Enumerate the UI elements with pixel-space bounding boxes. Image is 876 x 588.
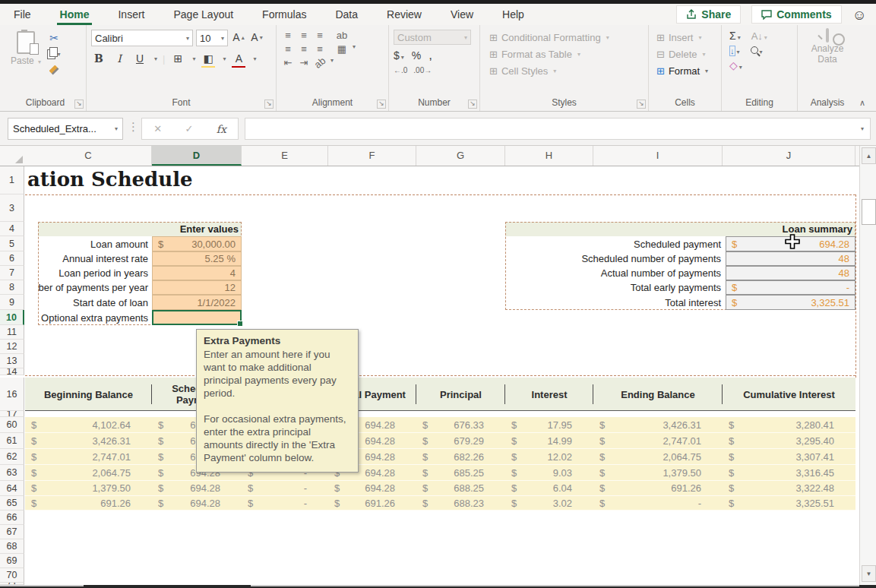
table-cell[interactable]: $3,316.45: [723, 465, 855, 480]
font-color-button[interactable]: A: [231, 51, 246, 66]
table-cell[interactable]: $694.28: [152, 481, 242, 495]
table-cell[interactable]: $694.28: [328, 481, 416, 495]
table-cell[interactable]: $9.03: [505, 465, 593, 480]
row-header-70[interactable]: 70: [0, 568, 24, 583]
tab-home[interactable]: Home: [59, 5, 91, 24]
borders-button[interactable]: ⊞: [170, 51, 185, 66]
row-header-6[interactable]: 6: [0, 251, 24, 266]
bold-button[interactable]: B: [91, 51, 106, 66]
paste-button[interactable]: Paste ▾: [9, 30, 43, 97]
sheet-grid[interactable]: 1345678910111213141617606162636465666768…: [0, 166, 859, 585]
table-cell[interactable]: $-: [242, 481, 328, 495]
row-header-10[interactable]: 10: [0, 310, 24, 325]
align-center-icon[interactable]: ≡: [297, 43, 311, 55]
table-column-header[interactable]: Beginning Balance: [25, 378, 152, 411]
row-header-63[interactable]: 63: [0, 465, 24, 481]
table-cell[interactable]: $17.95: [505, 417, 593, 432]
collapse-ribbon-button[interactable]: ∧: [859, 98, 865, 108]
table-row[interactable]: $2,747.01$694.28$-$694.28$682.26$12.02$2…: [25, 449, 855, 465]
insert-function-button[interactable]: fx: [217, 123, 226, 135]
table-cell[interactable]: $685.25: [416, 465, 505, 480]
column-header-C[interactable]: C: [25, 146, 152, 166]
name-box-dropdown-icon[interactable]: ▾: [115, 125, 118, 132]
table-cell[interactable]: $682.26: [416, 449, 505, 464]
input-label[interactable]: Optional extra payments: [38, 310, 152, 325]
input-label[interactable]: Annual interest rate: [38, 251, 152, 266]
column-header-I[interactable]: I: [593, 146, 723, 166]
select-all-corner[interactable]: [0, 146, 26, 166]
table-cell[interactable]: $3,322.48: [723, 481, 855, 495]
tab-view[interactable]: View: [449, 5, 475, 24]
format-as-table-button[interactable]: ⊞Format as Table▾: [489, 46, 644, 62]
table-cell[interactable]: $694.28: [152, 496, 242, 510]
table-cell[interactable]: $676.33: [416, 417, 505, 432]
summary-label[interactable]: Total early payments: [505, 280, 726, 295]
table-cell[interactable]: $2,064.75: [593, 449, 723, 464]
tab-insert[interactable]: Insert: [116, 5, 146, 24]
horizontal-scrollbar-edge[interactable]: [0, 585, 876, 588]
styles-dialog-launcher[interactable]: ↘: [637, 100, 646, 109]
table-cell[interactable]: $1,379.50: [25, 481, 152, 495]
tab-formulas[interactable]: Formulas: [261, 5, 308, 24]
selected-cell-d10[interactable]: [152, 310, 242, 325]
font-size-combo[interactable]: 10▾: [196, 30, 228, 46]
table-row[interactable]: $691.26$694.28$-$691.26$688.23$3.02$-$3,…: [25, 496, 855, 511]
table-cell[interactable]: $3,280.41: [723, 417, 855, 432]
formula-bar-splitter[interactable]: ⋮: [128, 120, 139, 134]
row-header-16[interactable]: 16: [0, 378, 24, 411]
font-name-combo[interactable]: Calibri▾: [91, 30, 193, 46]
column-header-E[interactable]: E: [242, 146, 328, 166]
increase-indent-icon[interactable]: ⇥: [297, 57, 311, 68]
input-value-cell[interactable]: 4: [152, 266, 242, 280]
summary-label[interactable]: Total interest: [505, 295, 726, 310]
row-header-68[interactable]: 68: [0, 539, 24, 554]
table-cell[interactable]: $2,064.75: [25, 465, 152, 480]
format-painter-button[interactable]: [47, 63, 61, 77]
feedback-smiley-icon[interactable]: ☺: [852, 8, 867, 22]
vertical-scroll-thumb[interactable]: [862, 199, 876, 225]
vertical-scrollbar[interactable]: ▲ ▼: [859, 146, 876, 585]
table-cell[interactable]: $691.26: [593, 481, 723, 495]
table-cell[interactable]: $3,307.41: [723, 449, 855, 464]
input-value-cell[interactable]: 12: [152, 280, 242, 295]
summary-value-cell[interactable]: $3,325.51: [726, 295, 855, 310]
decrease-indent-icon[interactable]: ⇤: [281, 57, 295, 68]
merge-center-icon[interactable]: ▦: [335, 43, 349, 55]
summary-label[interactable]: Scheduled number of payments: [505, 251, 726, 266]
copy-button[interactable]: ▾: [47, 47, 61, 61]
table-column-header[interactable]: Interest: [505, 378, 593, 411]
scroll-down-button[interactable]: ▼: [862, 565, 876, 582]
number-dialog-launcher[interactable]: ↘: [468, 100, 477, 109]
align-top-icon[interactable]: ≡: [281, 30, 295, 41]
italic-button[interactable]: I: [112, 51, 127, 66]
align-middle-icon[interactable]: ≡: [297, 30, 311, 41]
comma-style-button[interactable]: ,: [429, 48, 432, 63]
formula-bar-expand-icon[interactable]: ▾: [861, 125, 864, 132]
tab-file[interactable]: File: [12, 5, 33, 24]
input-label[interactable]: Start date of loan: [38, 295, 152, 310]
input-label[interactable]: Number of payments per year: [38, 280, 152, 295]
analyze-data-button[interactable]: Analyze Data: [806, 30, 849, 65]
clear-button[interactable]: ◇▾: [729, 59, 742, 71]
tab-help[interactable]: Help: [501, 5, 526, 24]
tab-page-layout[interactable]: Page Layout: [172, 5, 235, 24]
shrink-font-button[interactable]: A▾: [249, 30, 264, 45]
table-cell[interactable]: $3,325.51: [723, 496, 855, 510]
fill-handle[interactable]: [237, 321, 243, 327]
name-box[interactable]: Scheduled_Extra... ▾: [8, 118, 123, 140]
row-header-11[interactable]: 11: [0, 325, 24, 340]
find-select-button[interactable]: ▾: [751, 45, 763, 56]
table-cell[interactable]: $691.26: [328, 496, 416, 510]
cancel-button[interactable]: ✕: [153, 123, 162, 134]
share-button[interactable]: Share: [676, 5, 741, 24]
table-cell[interactable]: $1,379.50: [593, 465, 723, 480]
increase-decimal-button[interactable]: ←.0: [394, 66, 407, 74]
insert-cells-button[interactable]: ⊞Insert▾: [656, 30, 716, 45]
row-header-13[interactable]: 13: [0, 354, 24, 368]
comments-button[interactable]: Comments: [751, 5, 841, 24]
accounting-format-button[interactable]: $▾: [394, 49, 404, 62]
underline-dropdown[interactable]: ▾: [154, 55, 157, 62]
format-cells-button[interactable]: ⊞Format▾: [656, 63, 716, 78]
tab-review[interactable]: Review: [385, 5, 423, 24]
input-value-cell[interactable]: 5.25 %: [152, 251, 242, 266]
